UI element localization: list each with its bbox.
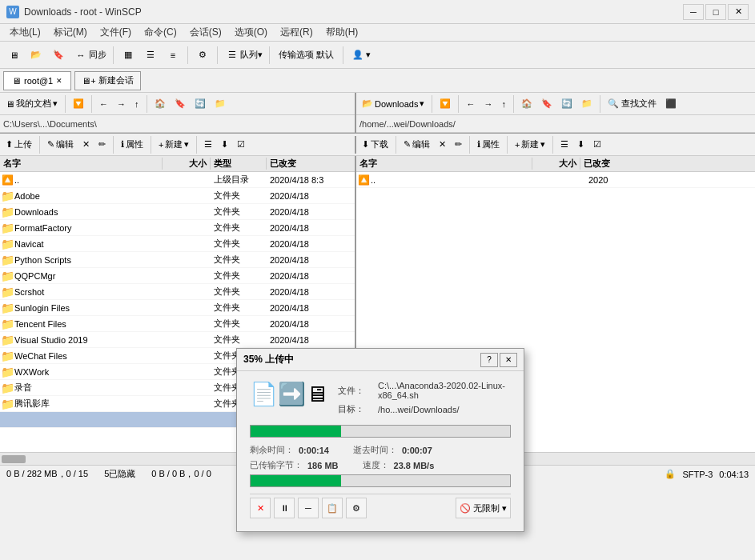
left-row-qqpc[interactable]: 📁 QQPCMgr 文件夹 2020/4/18 bbox=[0, 268, 355, 284]
left-row-tencent[interactable]: 📁 Tencent Files 文件夹 2020/4/18 bbox=[0, 316, 355, 332]
left-col-size[interactable]: 大小 bbox=[163, 158, 211, 170]
right-root-btn[interactable]: 📁 bbox=[577, 95, 596, 113]
left-row-vs2019[interactable]: 📁 Visual Studio 2019 文件夹 2020/4/18 bbox=[0, 332, 355, 348]
toolbar-view-toggle[interactable]: ▦ bbox=[118, 45, 139, 66]
my-docs-arrow: ▾ bbox=[53, 98, 58, 109]
left-new-btn[interactable]: + 新建 ▾ bbox=[155, 136, 193, 154]
dialog-copy-btn[interactable]: 📋 bbox=[322, 498, 343, 518]
menu-mark[interactable]: 标记(M) bbox=[47, 24, 94, 41]
left-back-btn[interactable]: ← bbox=[95, 95, 112, 113]
left-bookmark-btn[interactable]: 🔖 bbox=[171, 95, 190, 113]
right-forward-btn[interactable]: → bbox=[480, 95, 496, 113]
right-find-btn[interactable]: 🔍 查找文件 bbox=[604, 95, 661, 113]
lock-icon: 🔒 bbox=[665, 469, 676, 479]
left-col-type[interactable]: 类型 bbox=[211, 158, 267, 170]
left-rename-btn[interactable]: ✏ bbox=[94, 136, 110, 154]
menu-file[interactable]: 文件(F) bbox=[94, 24, 138, 41]
right-rename-btn[interactable]: ✏ bbox=[451, 136, 466, 154]
right-refresh-btn[interactable]: 🔄 bbox=[557, 95, 576, 113]
right-extra2-btn[interactable]: ⬇ bbox=[573, 136, 588, 154]
menu-options[interactable]: 选项(O) bbox=[228, 24, 274, 41]
maximize-button[interactable]: □ bbox=[705, 4, 726, 20]
dialog-file-info: 📄➡️🖥 文件： C:\...\Anaconda3-2020.02-Linux-… bbox=[250, 381, 511, 418]
close-button[interactable]: ✕ bbox=[728, 4, 749, 20]
left-upload-btn[interactable]: ⬆ 上传 bbox=[2, 136, 36, 154]
left-root-btn[interactable]: 📁 bbox=[211, 95, 230, 113]
toolbar-bookmark[interactable]: 🔖 bbox=[48, 45, 69, 66]
my-docs-icon: 🖥 bbox=[6, 99, 14, 109]
speed-stat: 速度： 23.8 MB/s bbox=[363, 459, 435, 471]
dialog-close-btn[interactable]: ✕ bbox=[500, 353, 517, 367]
right-extra3-btn[interactable]: ☑ bbox=[589, 136, 605, 154]
dialog-pause-btn[interactable]: ⏸ bbox=[274, 498, 295, 518]
session-tab[interactable]: 🖥 root@1 ✕ bbox=[3, 71, 71, 90]
bookmark-icon: 🔖 bbox=[50, 47, 66, 63]
left-hscroll-thumb[interactable] bbox=[2, 455, 26, 463]
left-row-adobe[interactable]: 📁 Adobe 文件夹 2020/4/18 bbox=[0, 188, 355, 204]
folder-icon-wxwork: 📁 bbox=[0, 365, 14, 379]
session-close-icon[interactable]: ✕ bbox=[56, 77, 62, 85]
left-row-parent[interactable]: 🔼 .. 上级目录 2020/4/18 8:3 bbox=[0, 172, 355, 188]
left-row-python[interactable]: 📁 Python Scripts 文件夹 2020/4/18 bbox=[0, 252, 355, 268]
right-download-btn[interactable]: ⬇ 下载 bbox=[358, 136, 392, 154]
left-delete-btn[interactable]: ✕ bbox=[78, 136, 94, 154]
left-my-docs-btn[interactable]: 🖥 我的文档 ▾ bbox=[2, 95, 62, 113]
left-col-name[interactable]: 名字 bbox=[0, 158, 163, 170]
right-edit-btn[interactable]: ✎ 编辑 bbox=[400, 136, 434, 154]
la-sep2 bbox=[113, 136, 114, 154]
right-col-date[interactable]: 已改变 bbox=[580, 158, 756, 170]
right-home-btn[interactable]: 🏠 bbox=[517, 95, 536, 113]
right-props-btn[interactable]: ℹ 属性 bbox=[473, 136, 504, 154]
menu-help[interactable]: 帮助(H) bbox=[319, 24, 365, 41]
toolbar-open-dir[interactable]: 📂 bbox=[26, 45, 46, 66]
left-col-date[interactable]: 已改变 bbox=[267, 158, 355, 170]
menu-command[interactable]: 命令(C) bbox=[138, 24, 183, 41]
left-edit-btn[interactable]: ✎ 编辑 bbox=[43, 136, 78, 154]
left-home-btn[interactable]: 🏠 bbox=[151, 95, 170, 113]
right-col-name[interactable]: 名字 bbox=[356, 158, 532, 170]
new-session-button[interactable]: 🖥+ 新建会话 bbox=[74, 71, 140, 90]
dialog-help-btn[interactable]: ? bbox=[480, 353, 498, 367]
right-extra1-btn[interactable]: ☰ bbox=[556, 136, 572, 154]
left-row-navicat[interactable]: 📁 Navicat 文件夹 2020/4/18 bbox=[0, 236, 355, 252]
left-extra1-btn[interactable]: ☰ bbox=[200, 136, 216, 154]
right-delete-btn[interactable]: ✕ bbox=[435, 136, 450, 154]
dialog-speed-limit-btn[interactable]: 🚫 无限制 ▾ bbox=[456, 498, 511, 518]
dialog-cancel-btn[interactable]: ✕ bbox=[250, 498, 271, 518]
right-col-size[interactable]: 大小 bbox=[532, 158, 580, 170]
right-bookmark-btn[interactable]: 🔖 bbox=[537, 95, 556, 113]
right-row-parent[interactable]: 🔼 .. 2020 bbox=[356, 172, 755, 188]
toolbar-user[interactable]: 👤 ▾ bbox=[347, 45, 373, 66]
dialog-settings-dialog-btn[interactable]: ⚙ bbox=[346, 498, 367, 518]
toolbar-settings[interactable]: ⚙ bbox=[192, 45, 213, 66]
toolbar-queue[interactable]: ☰ 队列 ▾ bbox=[222, 45, 265, 66]
right-terminal-btn[interactable]: ⬛ bbox=[661, 95, 681, 113]
right-folder-btn[interactable]: 📂 Downloads ▾ bbox=[358, 95, 428, 113]
menu-remote[interactable]: 远程(R) bbox=[274, 24, 319, 41]
dialog-minimize-btn[interactable]: ─ bbox=[298, 498, 319, 518]
right-new-btn[interactable]: + 新建 ▾ bbox=[511, 136, 549, 154]
dialog-title-bar: 35% 上传中 ? ✕ bbox=[237, 349, 524, 371]
left-props-btn[interactable]: ℹ 属性 bbox=[117, 136, 147, 154]
menu-local[interactable]: 本地(L) bbox=[3, 24, 47, 41]
right-up-btn[interactable]: ↑ bbox=[497, 95, 510, 113]
toolbar-sync[interactable]: ↔ 同步 bbox=[70, 45, 109, 66]
left-filter-btn[interactable]: 🔽 bbox=[69, 95, 88, 113]
left-refresh-btn[interactable]: 🔄 bbox=[191, 95, 210, 113]
left-row-downloads[interactable]: 📁 Downloads 文件夹 2020/4/18 bbox=[0, 204, 355, 220]
left-forward-btn[interactable]: → bbox=[113, 95, 130, 113]
left-row-formatfactory[interactable]: 📁 FormatFactory 文件夹 2020/4/18 bbox=[0, 220, 355, 236]
left-row-scrshot[interactable]: 📁 Scrshot 文件夹 2020/4/18 bbox=[0, 284, 355, 300]
toolbar-detail-view[interactable]: ≡ bbox=[163, 45, 183, 66]
minimize-button[interactable]: ─ bbox=[683, 4, 704, 20]
right-back-btn[interactable]: ← bbox=[462, 95, 479, 113]
menu-session[interactable]: 会话(S) bbox=[183, 24, 228, 41]
left-up-btn[interactable]: ↑ bbox=[131, 95, 143, 113]
left-row-sunlogin[interactable]: 📁 Sunlogin Files 文件夹 2020/4/18 bbox=[0, 300, 355, 316]
toolbar-new-connection[interactable]: 🖥 bbox=[3, 45, 24, 66]
right-filter-btn[interactable]: 🔽 bbox=[436, 95, 455, 113]
toolbar-list-view[interactable]: ☰ bbox=[140, 45, 161, 66]
left-extra3-btn[interactable]: ☑ bbox=[233, 136, 249, 154]
left-extra2-btn[interactable]: ⬇ bbox=[217, 136, 232, 154]
right-status-text: 0 B / 0 B，0 / 0 bbox=[151, 468, 211, 480]
